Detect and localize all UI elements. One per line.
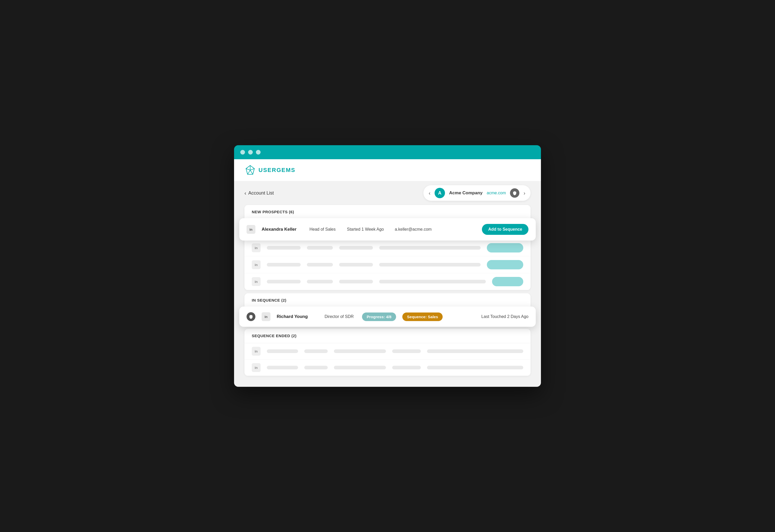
placeholder-email-1	[379, 246, 481, 250]
company-url[interactable]: acme.com	[487, 191, 506, 195]
in-sequence-card: IN SEQUENCE (2) in Richard Young Directo…	[245, 293, 530, 326]
browser-window: USERGEMS ‹ Account List ‹ A Acme Company…	[234, 145, 541, 387]
traffic-light-1	[240, 150, 245, 155]
linkedin-icon-1[interactable]: in	[247, 225, 255, 234]
placeholder-ended-right-2	[427, 366, 523, 369]
blurred-row-3: in	[245, 273, 530, 290]
placeholder-title-1	[307, 246, 333, 250]
person-name-alexandra: Alexandra Keller	[262, 227, 303, 232]
placeholder-started-2	[339, 263, 373, 267]
browser-titlebar	[234, 145, 541, 159]
placeholder-ended-name-2	[267, 366, 298, 369]
back-arrow-icon: ‹	[245, 190, 246, 196]
shield-icon	[510, 188, 519, 198]
placeholder-started-3	[339, 280, 373, 283]
placeholder-email-3	[379, 280, 486, 283]
last-touched: Last Touched 2 Days Ago	[449, 314, 528, 319]
richard-young-row: in Richard Young Director of SDR Progres…	[239, 307, 536, 327]
nav-bar: ‹ Account List ‹ A Acme Company acme.com…	[234, 181, 541, 205]
in-sequence-header: IN SEQUENCE (2)	[245, 293, 530, 308]
placeholder-ended-info-2	[334, 366, 386, 369]
main-content: NEW PROSPECTS (6) in Alexandra Keller He…	[234, 205, 541, 387]
logo-accent: GEMS	[277, 167, 296, 173]
browser-body: USERGEMS ‹ Account List ‹ A Acme Company…	[234, 159, 541, 387]
placeholder-ended-name-1	[267, 349, 298, 353]
app-header: USERGEMS	[234, 159, 541, 181]
email-alexandra: a.keller@acme.com	[395, 227, 476, 232]
logo-plain: USER	[259, 167, 277, 173]
placeholder-ended-title-1	[304, 349, 328, 353]
location-icon	[247, 312, 255, 321]
progress-badge: Progress: 4/8	[362, 312, 396, 321]
linkedin-icon-blur-2: in	[252, 260, 261, 269]
placeholder-title-3	[307, 280, 333, 283]
new-prospects-title: NEW PROSPECTS (6)	[252, 210, 294, 214]
alexandra-keller-row: in Alexandra Keller Head of Sales Starte…	[239, 218, 536, 241]
sequence-ended-card: SEQUENCE ENDED (2) in in	[245, 329, 530, 376]
blurred-row-1: in	[245, 240, 530, 256]
placeholder-name-1	[267, 246, 301, 250]
sequence-badge: Sequence: Sales	[402, 312, 443, 321]
sequence-ended-row-2: in	[245, 360, 530, 376]
blurred-row-2: in	[245, 256, 530, 273]
company-name: Acme Company	[449, 190, 482, 196]
person-title-alexandra: Head of Sales	[310, 227, 341, 232]
in-sequence-title: IN SEQUENCE (2)	[252, 298, 286, 302]
add-to-sequence-button[interactable]: Add to Sequence	[482, 224, 528, 235]
placeholder-ended-extra-2	[392, 366, 421, 369]
placeholder-ended-right-1	[427, 349, 523, 353]
sequence-ended-row-1: in	[245, 343, 530, 360]
linkedin-icon-ended-1: in	[252, 347, 261, 356]
new-prospects-header: NEW PROSPECTS (6)	[245, 205, 530, 219]
prev-account-button[interactable]: ‹	[429, 190, 430, 196]
started-info-alexandra: Started 1 Week Ago	[347, 227, 389, 232]
placeholder-btn-1	[487, 243, 523, 252]
logo-diamond-icon	[245, 164, 256, 176]
logo-text: USERGEMS	[259, 167, 296, 174]
sequence-ended-title: SEQUENCE ENDED (2)	[252, 334, 297, 338]
placeholder-ended-title-2	[304, 366, 328, 369]
placeholder-title-2	[307, 263, 333, 267]
back-to-account-list[interactable]: ‹ Account List	[245, 190, 274, 196]
linkedin-icon-richard[interactable]: in	[262, 312, 271, 321]
traffic-light-3	[256, 150, 261, 155]
placeholder-name-2	[267, 263, 301, 267]
placeholder-name-3	[267, 280, 301, 283]
linkedin-icon-ended-2: in	[252, 363, 261, 372]
placeholder-ended-info-1	[334, 349, 386, 353]
back-label: Account List	[248, 190, 274, 196]
linkedin-icon-blur-3: in	[252, 277, 261, 286]
company-avatar: A	[435, 188, 445, 198]
svg-marker-5	[248, 170, 253, 174]
next-account-button[interactable]: ›	[523, 190, 525, 196]
sequence-ended-header: SEQUENCE ENDED (2)	[245, 329, 530, 343]
placeholder-ended-extra-1	[392, 349, 421, 353]
traffic-light-2	[248, 150, 253, 155]
person-name-richard: Richard Young	[277, 314, 318, 319]
logo-area: USERGEMS	[245, 164, 296, 176]
account-nav: ‹ A Acme Company acme.com ›	[423, 185, 530, 201]
placeholder-btn-3	[492, 277, 523, 286]
new-prospects-card: NEW PROSPECTS (6) in Alexandra Keller He…	[245, 205, 530, 290]
placeholder-btn-2	[487, 260, 523, 269]
linkedin-icon-blur-1: in	[252, 243, 261, 252]
placeholder-started-1	[339, 246, 373, 250]
person-title-richard: Director of SDR	[325, 314, 356, 319]
placeholder-email-2	[379, 263, 481, 267]
